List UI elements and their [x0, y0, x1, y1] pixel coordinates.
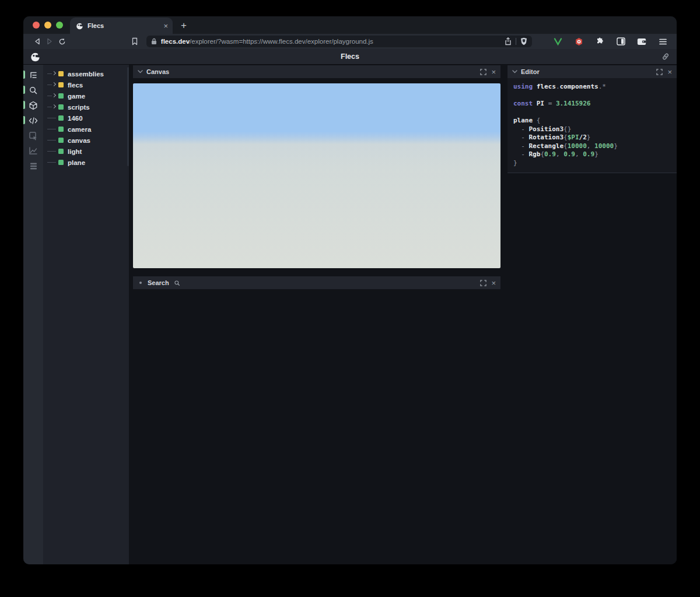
inspector-icon[interactable] [23, 129, 43, 142]
tree-guide-line [47, 151, 56, 152]
code-line: const PI = 3.1415926 [513, 100, 671, 108]
tree-item[interactable]: plane [43, 157, 129, 168]
canvas-3d-scene[interactable] [133, 83, 501, 268]
divider [516, 38, 516, 45]
extension-icons [552, 36, 668, 47]
url-text: flecs.dev/explorer/?wasm=https://www.fle… [161, 38, 501, 45]
tree-view-icon[interactable] [23, 69, 43, 81]
search-icon[interactable] [23, 84, 43, 96]
extension-v-icon[interactable] [552, 36, 564, 47]
close-icon[interactable]: × [667, 68, 672, 76]
tree-guide-line [47, 162, 56, 163]
tree-item[interactable]: assemblies [43, 68, 129, 79]
tree-item-label: assemblies [68, 71, 104, 78]
tree-item-label: game [68, 93, 85, 100]
fullscreen-icon[interactable] [480, 280, 487, 286]
close-window-button[interactable] [33, 22, 40, 29]
entity-color-swatch [58, 71, 64, 76]
cube-icon[interactable] [23, 99, 43, 111]
page-title: Flecs [23, 52, 677, 61]
back-icon[interactable] [32, 36, 44, 47]
tree-item-label: scripts [68, 104, 90, 111]
code-line: - Position3{} [513, 125, 671, 134]
bookmark-icon[interactable] [131, 37, 138, 45]
tree-guide-line [47, 140, 56, 141]
code-line: - Rgb{0.9, 0.9, 0.9} [513, 150, 671, 159]
editor-panel: Editor × using flecs.components.* const … [508, 65, 677, 173]
entity-tree-panel: assemblies flecs game scripts 1460 camer… [43, 65, 129, 564]
tab-title: Flecs [88, 22, 159, 29]
minimize-window-button[interactable] [44, 22, 51, 29]
reload-icon[interactable] [56, 36, 68, 47]
canvas-panel-title: Canvas [146, 68, 477, 75]
code-line [513, 108, 671, 117]
sidebar-icon[interactable] [615, 36, 626, 47]
url-bar[interactable]: flecs.dev/explorer/?wasm=https://www.fle… [146, 36, 532, 47]
tree-item[interactable]: canvas [43, 135, 129, 146]
app-content: assemblies flecs game scripts 1460 camer… [23, 65, 677, 564]
search-panel-header: Search × [133, 276, 501, 289]
tree-guide-line [47, 129, 56, 129]
link-icon[interactable] [662, 52, 670, 61]
editor-code[interactable]: using flecs.components.* const PI = 3.14… [508, 78, 677, 173]
chart-icon[interactable] [23, 145, 43, 157]
tree-item[interactable]: light [43, 146, 129, 157]
tree-item-label: camera [68, 126, 91, 133]
canvas-panel: Canvas × [133, 65, 501, 276]
collapsed-bullet-icon[interactable] [139, 282, 142, 284]
new-tab-button[interactable]: + [181, 17, 187, 34]
chevron-right-icon[interactable] [52, 105, 56, 109]
fullscreen-icon[interactable] [656, 69, 663, 75]
code-line: - Rotation3{$PI/2} [513, 134, 671, 142]
url-path: /explorer/?wasm=https://www.flecs.dev/ex… [190, 38, 373, 45]
forward-icon[interactable] [44, 36, 56, 47]
rows-icon[interactable] [23, 160, 43, 172]
entity-color-swatch [58, 82, 64, 87]
tree-item-label: flecs [68, 82, 83, 89]
browser-window: Flecs × + flecs.dev/explorer/?wasm=https… [23, 16, 677, 564]
app-header: Flecs [23, 49, 677, 65]
tab-close-icon[interactable]: × [163, 22, 168, 30]
tree-item[interactable]: camera [43, 124, 129, 135]
extension-red-icon[interactable] [573, 36, 584, 47]
entity-color-swatch [58, 115, 64, 121]
brave-shield-icon[interactable] [520, 37, 527, 45]
tree-item[interactable]: flecs [43, 79, 129, 90]
code-line [513, 92, 671, 100]
url-domain: flecs.dev [161, 38, 190, 45]
canvas-panel-header: Canvas × [133, 65, 501, 78]
tab-favicon-flecs-logo-icon [76, 22, 83, 30]
code-icon[interactable] [23, 114, 43, 127]
chevron-right-icon[interactable] [52, 94, 56, 98]
chevron-down-icon[interactable] [138, 70, 143, 73]
entity-color-swatch [58, 127, 64, 132]
tree-guide-line [47, 73, 52, 74]
code-line: - Rectangle{10000, 10000} [513, 142, 671, 151]
close-icon[interactable]: × [491, 68, 496, 76]
search-panel-title: Search [148, 279, 169, 286]
icon-sidebar [23, 65, 43, 564]
entity-color-swatch [58, 104, 64, 110]
tree-item[interactable]: game [43, 90, 129, 101]
canvas-panel-body [133, 78, 501, 276]
fullscreen-icon[interactable] [480, 69, 487, 75]
menu-icon[interactable] [657, 36, 668, 47]
tree-item[interactable]: scripts [43, 101, 129, 113]
lock-icon [151, 38, 157, 45]
chevron-right-icon[interactable] [52, 72, 56, 76]
zoom-window-button[interactable] [56, 22, 63, 29]
window-controls [23, 16, 70, 34]
editor-panel-header: Editor × [508, 65, 677, 78]
chevron-down-icon[interactable] [512, 70, 517, 73]
browser-toolbar: flecs.dev/explorer/?wasm=https://www.fle… [23, 34, 677, 49]
browser-tab[interactable]: Flecs × [70, 17, 173, 34]
tree-item[interactable]: 1460 [43, 113, 129, 124]
chevron-right-icon[interactable] [52, 83, 56, 87]
close-icon[interactable]: × [491, 279, 496, 287]
code-line: plane { [513, 117, 671, 125]
entity-color-swatch [58, 160, 64, 165]
wallet-icon[interactable] [636, 36, 648, 47]
share-icon[interactable] [505, 37, 512, 45]
tree-item-label: canvas [68, 137, 90, 144]
extensions-puzzle-icon[interactable] [594, 36, 606, 47]
